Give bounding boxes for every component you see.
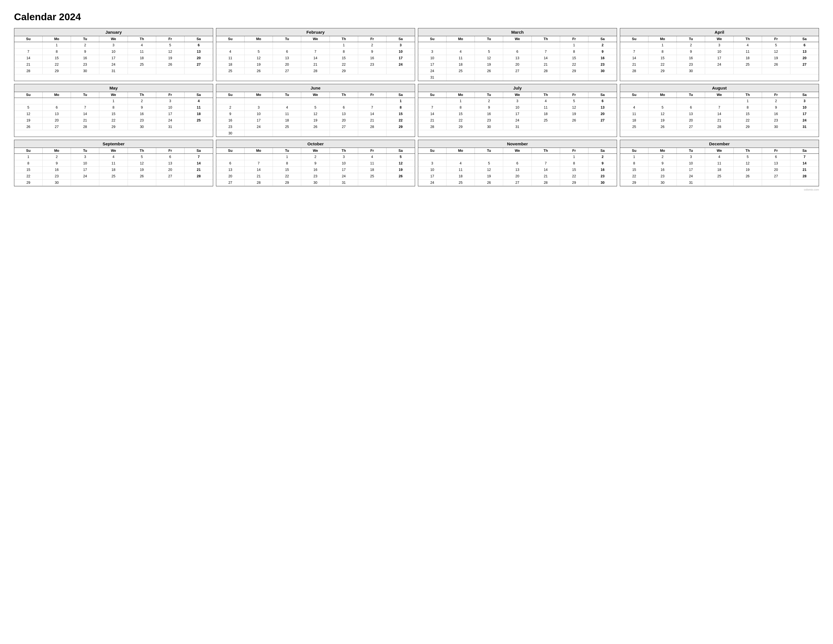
- day-cell: 1: [560, 42, 589, 48]
- day-cell: 21: [358, 117, 386, 124]
- day-header-th: Th: [734, 92, 762, 98]
- day-header-tu: Tu: [475, 148, 503, 153]
- day-header-su: Su: [620, 148, 648, 153]
- day-cell: 25: [185, 117, 213, 124]
- day-cell: 10: [790, 105, 819, 111]
- day-cell: 20: [589, 111, 617, 117]
- day-cell: 26: [14, 124, 43, 130]
- day-cell: 11: [99, 160, 128, 167]
- day-cell: 15: [386, 111, 415, 117]
- day-cell: [648, 98, 677, 105]
- day-header-we: We: [705, 148, 733, 153]
- day-cell: 22: [386, 117, 415, 124]
- day-cell: 25: [358, 173, 386, 180]
- day-cell: 3: [330, 154, 358, 160]
- day-cell: 7: [532, 48, 560, 55]
- day-header-sa: Sa: [386, 36, 415, 42]
- day-cell: 25: [447, 68, 475, 74]
- month-december: DecemberSuMoTuWeThFrSa123456789101112131…: [620, 140, 819, 186]
- day-cell: 2: [475, 98, 503, 105]
- day-cell: [532, 42, 560, 48]
- day-cell: 17: [705, 55, 733, 61]
- day-cell: 30: [762, 124, 790, 130]
- day-header-sa: Sa: [386, 92, 415, 98]
- day-cell: 3: [99, 42, 128, 48]
- day-cell: [532, 154, 560, 160]
- day-cell: 26: [648, 124, 677, 130]
- day-cell: 2: [762, 98, 790, 105]
- day-cell: 25: [273, 124, 301, 130]
- month-title-february: February: [216, 28, 415, 36]
- day-cell: 24: [503, 117, 531, 124]
- day-cell: 29: [99, 124, 128, 130]
- day-cell: [358, 98, 386, 105]
- day-cell: 3: [71, 154, 99, 160]
- month-january: JanuarySuMoTuWeThFrSa1234567891011121314…: [14, 28, 213, 81]
- day-header-mo: Mo: [43, 92, 71, 98]
- day-cell: 13: [330, 111, 358, 117]
- day-cell: 21: [244, 173, 273, 180]
- day-cell: 6: [273, 48, 301, 55]
- day-cell: 6: [330, 105, 358, 111]
- day-cell: 5: [560, 98, 589, 105]
- day-cell: 18: [99, 167, 128, 173]
- day-cell: 4: [734, 42, 762, 48]
- day-header-fr: Fr: [358, 92, 386, 98]
- day-cell: 17: [790, 111, 819, 117]
- day-cell: 10: [244, 111, 273, 117]
- day-header-su: Su: [620, 92, 648, 98]
- day-cell: 20: [503, 173, 531, 180]
- day-cell: 9: [43, 160, 71, 167]
- day-header-mo: Mo: [447, 148, 475, 153]
- day-cell: 4: [216, 48, 244, 55]
- day-cell: 29: [734, 124, 762, 130]
- day-cell: 9: [677, 48, 705, 55]
- day-cell: 2: [589, 42, 617, 48]
- day-cell: 21: [185, 167, 213, 173]
- day-cell: [532, 74, 560, 81]
- day-cell: 31: [790, 124, 819, 130]
- day-cell: 4: [447, 48, 475, 55]
- day-cell: [503, 154, 531, 160]
- day-cell: 12: [244, 55, 273, 61]
- day-header-sa: Sa: [790, 148, 819, 153]
- day-cell: 20: [790, 55, 819, 61]
- day-cell: 30: [677, 68, 705, 74]
- day-header-sa: Sa: [790, 92, 819, 98]
- day-cell: 28: [14, 68, 43, 74]
- day-cell: 1: [43, 42, 71, 48]
- day-cell: 28: [620, 68, 648, 74]
- day-cell: [301, 98, 330, 105]
- day-cell: 28: [358, 124, 386, 130]
- day-cell: 25: [620, 124, 648, 130]
- day-cell: 18: [447, 61, 475, 68]
- day-cell: 27: [156, 173, 185, 180]
- day-cell: 13: [589, 105, 617, 111]
- day-cell: [677, 98, 705, 105]
- day-cell: 18: [705, 167, 733, 173]
- day-cell: 17: [99, 55, 128, 61]
- day-cell: 15: [620, 167, 648, 173]
- month-june: JuneSuMoTuWeThFrSa1234567891011121314151…: [216, 84, 415, 137]
- day-cell: 24: [677, 173, 705, 180]
- day-cell: [386, 130, 415, 137]
- day-cell: 24: [790, 117, 819, 124]
- day-cell: 26: [734, 173, 762, 180]
- day-cell: [185, 180, 213, 186]
- day-cell: 5: [301, 105, 330, 111]
- day-cell: 2: [128, 98, 156, 105]
- day-cell: 20: [330, 117, 358, 124]
- day-cell: 8: [43, 48, 71, 55]
- day-cell: [128, 180, 156, 186]
- day-cell: 24: [418, 180, 447, 186]
- day-cell: 4: [128, 42, 156, 48]
- day-cell: 16: [128, 111, 156, 117]
- day-cell: 26: [301, 124, 330, 130]
- day-cell: [705, 180, 733, 186]
- day-cell: 4: [358, 154, 386, 160]
- day-cell: [447, 154, 475, 160]
- day-cell: 7: [244, 160, 273, 167]
- month-august: AugustSuMoTuWeThFrSa12345678910111213141…: [620, 84, 819, 137]
- day-cell: [71, 98, 99, 105]
- day-header-fr: Fr: [156, 92, 185, 98]
